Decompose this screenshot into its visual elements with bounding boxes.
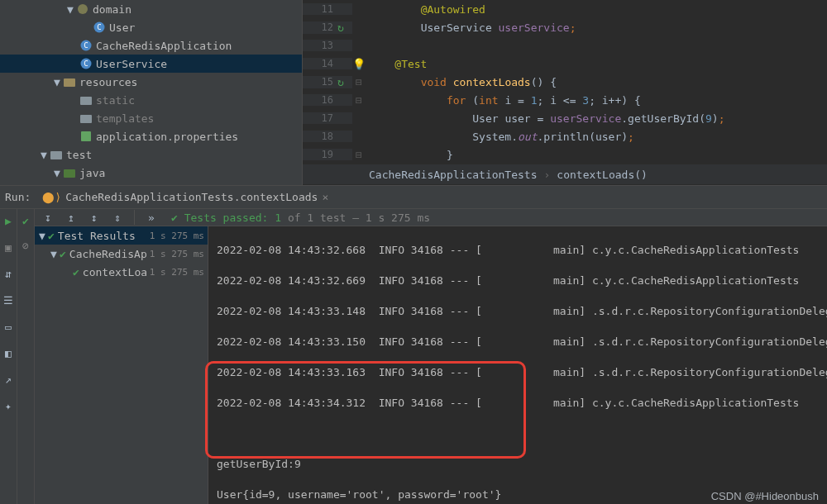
line-number: 18 <box>322 131 333 142</box>
line-number: 16 <box>322 94 333 106</box>
svg-text:C: C <box>97 23 101 31</box>
tree-folder-static[interactable]: static <box>0 91 302 109</box>
chevron-down-icon: ▼ <box>53 169 61 177</box>
export-icon[interactable]: ↗ <box>0 371 17 388</box>
line-number: 12 <box>322 21 333 33</box>
tree-label: static <box>96 94 135 107</box>
test-toolbar: ↧ ↥ ↕ ⇕ » ✔ Tests passed: 1 of 1 test – … <box>35 209 827 226</box>
line-number: 15 <box>322 76 333 88</box>
chevron-right-icon: › <box>544 169 551 181</box>
tree-label: test <box>66 149 92 161</box>
project-tree[interactable]: ▼ domain C User C CacheRedisApplication … <box>0 0 303 185</box>
code-line: UserService userService; <box>366 21 576 34</box>
sort-down-icon[interactable]: ↧ <box>40 209 56 226</box>
folder-icon <box>63 166 76 179</box>
tree-label: java <box>79 167 105 179</box>
tree-folder-resources[interactable]: ▼ resources <box>0 73 302 91</box>
camera-icon[interactable]: ▭ <box>0 318 17 335</box>
svg-point-0 <box>78 4 88 14</box>
folder-icon <box>79 112 93 125</box>
tree-file-appprops[interactable]: application.properties <box>0 127 302 145</box>
chevron-down-icon: ▼ <box>53 78 61 86</box>
svg-rect-9 <box>80 115 92 123</box>
svg-text:C: C <box>84 59 88 68</box>
log-line: getUserById:9 <box>217 458 827 476</box>
tree-class-app[interactable]: C CacheRedisApplication <box>0 36 302 55</box>
chevron-down-icon: ▼ <box>66 5 74 13</box>
expand-icon[interactable]: ↕ <box>86 209 103 226</box>
run-gutter-icon[interactable]: ↻ <box>337 76 347 88</box>
fold-icon[interactable]: ⊟ <box>352 94 366 107</box>
class-icon: C <box>79 57 93 70</box>
line-number: 19 <box>322 149 333 160</box>
breadcrumb[interactable]: CacheRedisApplicationTests › contextLoad… <box>303 164 827 184</box>
test-class-node[interactable]: ▼ ✔ CacheRedisAp 1 s 275 ms <box>35 245 208 263</box>
breadcrumb-method[interactable]: contextLoads() <box>557 169 648 181</box>
tree-folder-templates[interactable]: templates <box>0 109 302 127</box>
log-line: 2022-02-08 14:43:34.312 INFO 34168 --- [… <box>217 397 827 415</box>
folder-icon <box>79 93 93 107</box>
check-icon[interactable]: ✔ <box>17 212 34 229</box>
code-line: @Test <box>366 58 427 70</box>
breadcrumb-class[interactable]: CacheRedisApplicationTests <box>369 169 538 181</box>
watermark: CSDN @#Hideonbush <box>711 490 819 502</box>
code-editor[interactable]: 11 @Autowired 12↻ UserService userServic… <box>303 0 827 185</box>
pin-icon[interactable]: ⇵ <box>0 265 17 282</box>
close-icon[interactable]: × <box>322 191 328 203</box>
run-tab-bar: Run: ⬤⟩ CacheRedisApplicationTests.conte… <box>0 186 827 209</box>
settings-icon[interactable]: ☰ <box>0 292 17 308</box>
tree-label: UserService <box>96 58 167 70</box>
log-line: 2022-02-08 14:43:32.669 INFO 34168 --- [… <box>217 274 827 292</box>
collapse-icon[interactable]: ⇕ <box>109 209 126 226</box>
tree-class-user[interactable]: C User <box>0 18 302 36</box>
folder-icon <box>50 148 63 161</box>
test-results-root[interactable]: ▼ ✔ Test Results 1 s 275 ms <box>35 226 208 245</box>
log-line: 2022-02-08 14:43:33.148 INFO 34168 --- [… <box>217 305 827 323</box>
run-label: Run: <box>5 191 31 203</box>
stop-icon[interactable]: ▣ <box>0 239 17 255</box>
test-method-node[interactable]: ✔ contextLoa 1 s 275 ms <box>35 263 208 281</box>
svg-rect-8 <box>80 97 92 105</box>
check-icon: ✔ <box>48 230 55 242</box>
sort-up-icon[interactable]: ↥ <box>63 209 79 226</box>
code-line: User user = userService.getUserById(9); <box>366 112 725 125</box>
svg-rect-11 <box>50 151 62 159</box>
package-icon <box>76 2 89 16</box>
check-icon: ✔ <box>73 266 79 278</box>
run-tab[interactable]: ⬤⟩ CacheRedisApplicationTests.contextLoa… <box>36 188 335 207</box>
rerun-icon[interactable]: ▶ <box>0 212 17 229</box>
code-line: } <box>366 149 453 161</box>
folder-icon <box>63 75 76 88</box>
chevron-down-icon: ▼ <box>38 231 46 240</box>
tree-label: User <box>109 21 135 34</box>
fold-icon[interactable]: ⊟ <box>352 149 366 161</box>
tree-folder-test[interactable]: ▼ test <box>0 145 302 164</box>
run-tab-title: CacheRedisApplicationTests.contextLoads <box>65 191 318 203</box>
line-number: 17 <box>322 112 333 124</box>
tree-label: domain <box>93 3 131 16</box>
chevron-right-icon[interactable]: » <box>143 209 160 226</box>
tree-label: CacheRedisApplication <box>96 40 232 52</box>
run-side-toolbar-2: ✔ ⊘ <box>17 209 35 504</box>
tree-folder-java[interactable]: ▼ java <box>0 164 302 182</box>
code-line: for (int i = 1; i <= 3; i++) { <box>366 94 641 107</box>
code-line: @Autowired <box>366 3 485 16</box>
line-number: 13 <box>322 40 333 51</box>
layout-icon[interactable]: ◧ <box>0 345 17 361</box>
test-tree[interactable]: ▼ ✔ Test Results 1 s 275 ms ▼ ✔ CacheRed… <box>35 226 208 504</box>
bulb-icon[interactable]: 💡 <box>352 58 366 70</box>
tree-class-userservice[interactable]: C UserService <box>0 55 302 73</box>
svg-rect-12 <box>64 169 75 178</box>
console-output[interactable]: 2022-02-08 14:43:32.668 INFO 34168 --- [… <box>208 226 827 504</box>
tree-folder-domain[interactable]: ▼ domain <box>0 0 302 18</box>
fold-icon[interactable]: ⊟ <box>352 76 366 88</box>
run-gutter-icon[interactable]: ↻ <box>337 21 347 34</box>
tree-label: application.properties <box>96 131 238 143</box>
disabled-icon[interactable]: ⊘ <box>17 237 34 254</box>
svg-rect-7 <box>64 78 75 87</box>
tests-status: ✔ Tests passed: 1 of 1 test – 1 s 275 ms <box>171 212 430 224</box>
log-line: 2022-02-08 14:43:32.668 INFO 34168 --- [… <box>217 244 827 262</box>
check-icon: ✔ <box>60 248 66 260</box>
pin-icon[interactable]: ✦ <box>0 397 17 414</box>
run-side-toolbar: ▶ ▣ ⇵ ☰ ▭ ◧ ↗ ✦ <box>0 209 17 504</box>
